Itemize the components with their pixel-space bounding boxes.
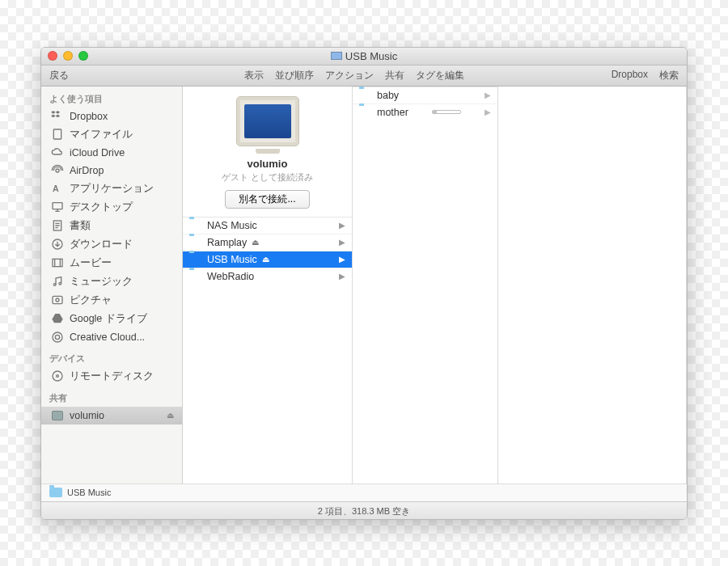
svg-point-13	[53, 371, 62, 381]
folder-icon	[49, 488, 62, 497]
menu-view[interactable]: 表示	[244, 69, 264, 82]
sidebar-item-label: アプリケーション	[70, 182, 154, 196]
sidebar-item-disc[interactable]: リモートディスク	[41, 367, 182, 386]
close-button[interactable]	[48, 51, 57, 61]
eject-icon[interactable]: ⏏	[167, 411, 174, 420]
list-item[interactable]: mother▶	[353, 103, 497, 120]
downloads-icon	[51, 238, 64, 251]
chevron-right-icon: ▶	[339, 221, 345, 230]
server-icon	[51, 409, 64, 422]
sidebar-item-label: リモートディスク	[70, 370, 154, 383]
menu-share[interactable]: 共有	[385, 69, 404, 82]
folder-icon	[359, 89, 372, 102]
sidebar-item-label: ムービー	[70, 256, 112, 270]
list-item[interactable]: NAS Music▶	[183, 217, 352, 234]
column-2: baby▶mother▶	[353, 87, 498, 484]
toolbar-search[interactable]: 検索	[659, 69, 679, 82]
list-item[interactable]: Ramplay⏏▶	[183, 234, 352, 251]
svg-point-8	[59, 282, 61, 285]
sidebar-item-apps[interactable]: Aアプリケーション	[41, 180, 182, 198]
sidebar-item-label: Dropbox	[70, 111, 108, 122]
sidebar-item-file[interactable]: マイファイル	[41, 125, 182, 144]
back-button[interactable]: 戻る	[49, 70, 69, 81]
item-label: Ramplay	[207, 237, 247, 248]
menu-sort[interactable]: 並び順序	[275, 69, 314, 82]
sidebar-item-cc[interactable]: Creative Cloud...	[41, 328, 182, 346]
column-1: volumio ゲスト として接続済み 別名で接続... NAS Music▶R…	[183, 87, 353, 484]
item-label: baby	[377, 90, 399, 101]
list-item[interactable]: WebRadio▶	[183, 268, 352, 285]
toolbar-dropbox[interactable]: Dropbox	[612, 69, 648, 82]
sidebar-header-favorites: よく使う項目	[41, 87, 182, 108]
sidebar-item-music[interactable]: ミュージック	[41, 272, 182, 291]
list-item[interactable]: USB Music⏏▶	[183, 251, 352, 268]
sidebar-item-label: AirDrop	[70, 165, 104, 176]
chevron-right-icon: ▶	[339, 255, 345, 264]
zoom-button[interactable]	[78, 51, 88, 61]
svg-point-7	[53, 284, 56, 286]
svg-rect-9	[53, 296, 62, 303]
sidebar-item-server[interactable]: volumio⏏	[41, 407, 182, 424]
item-label: mother	[377, 107, 408, 118]
capacity-bar	[432, 110, 461, 114]
eject-icon[interactable]: ⏏	[252, 238, 259, 247]
sidebar-item-dropbox[interactable]: Dropbox	[41, 108, 182, 125]
file-icon	[51, 128, 64, 141]
column-browser: volumio ゲスト として接続済み 別名で接続... NAS Music▶R…	[183, 87, 687, 484]
sidebar-item-label: iCloud Drive	[70, 147, 125, 158]
sidebar-item-movies[interactable]: ムービー	[41, 254, 182, 272]
sidebar-item-cloud[interactable]: iCloud Drive	[41, 144, 182, 162]
folder-icon	[189, 270, 202, 283]
sidebar-item-gdrive[interactable]: Google ドライブ	[41, 310, 182, 328]
window-title: USB Music	[41, 50, 687, 62]
docs-icon	[51, 219, 64, 232]
folder-icon	[189, 219, 202, 232]
eject-icon[interactable]: ⏏	[262, 255, 269, 264]
server-icon	[236, 96, 299, 146]
svg-rect-0	[53, 129, 61, 139]
sidebar-item-label: ミュージック	[70, 275, 133, 289]
path-segment: USB Music	[67, 488, 111, 497]
item-label: USB Music	[207, 254, 257, 265]
folder-icon	[359, 106, 372, 119]
sidebar-item-pictures[interactable]: ピクチャ	[41, 291, 182, 310]
pictures-icon	[51, 294, 64, 306]
sidebar-item-docs[interactable]: 書類	[41, 217, 182, 235]
chevron-right-icon: ▶	[485, 91, 491, 99]
sidebar-item-label: デスクトップ	[70, 201, 133, 214]
titlebar[interactable]: USB Music	[41, 48, 687, 65]
sidebar-item-label: Creative Cloud...	[70, 332, 145, 343]
sidebar-item-desktop[interactable]: デスクトップ	[41, 198, 182, 217]
sidebar-item-airdrop[interactable]: AirDrop	[41, 162, 182, 180]
svg-text:A: A	[53, 184, 59, 193]
title-proxy-icon	[331, 52, 342, 60]
minimize-button[interactable]	[63, 51, 73, 61]
chevron-right-icon: ▶	[339, 238, 345, 247]
item-label: NAS Music	[207, 220, 257, 231]
menu-action[interactable]: アクション	[325, 69, 374, 82]
apps-icon: A	[51, 182, 64, 195]
sidebar-item-label: volumio	[70, 410, 104, 421]
connect-as-button[interactable]: 別名で接続...	[225, 190, 309, 209]
server-preview: volumio ゲスト として接続済み 別名で接続...	[183, 87, 352, 217]
toolbar: 戻る 表示 並び順序 アクション 共有 タグを編集 Dropbox 検索	[41, 65, 687, 87]
sidebar-header-shared: 共有	[41, 386, 182, 407]
sidebar: よく使う項目 DropboxマイファイルiCloud DriveAirDropA…	[41, 87, 183, 484]
sidebar-item-label: Google ドライブ	[70, 312, 147, 326]
menu-tags[interactable]: タグを編集	[416, 69, 464, 82]
chevron-right-icon: ▶	[485, 108, 491, 116]
gdrive-icon	[51, 312, 64, 325]
disc-icon	[51, 370, 64, 382]
item-label: WebRadio	[207, 271, 254, 282]
status-bar: 2 項目、318.3 MB 空き	[41, 501, 687, 519]
path-bar[interactable]: USB Music	[41, 484, 687, 501]
airdrop-icon	[51, 164, 64, 177]
svg-point-14	[57, 375, 59, 378]
sidebar-item-label: ピクチャ	[70, 294, 112, 307]
list-item[interactable]: baby▶	[353, 87, 497, 103]
cc-icon	[51, 331, 64, 344]
movies-icon	[51, 256, 64, 269]
column-3	[498, 87, 687, 484]
sidebar-item-downloads[interactable]: ダウンロード	[41, 235, 182, 254]
server-status: ゲスト として接続済み	[222, 171, 313, 184]
